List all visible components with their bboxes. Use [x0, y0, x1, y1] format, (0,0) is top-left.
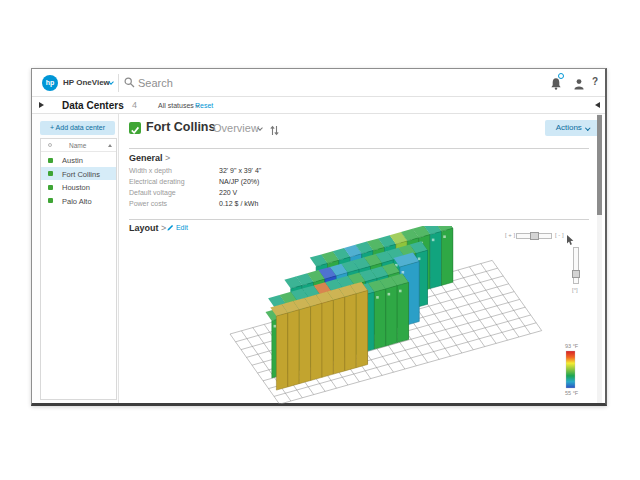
- actions-button[interactable]: Actions: [545, 120, 600, 136]
- status-ok-icon: [48, 158, 53, 163]
- temperature-legend: 93 °F 55 °F: [565, 343, 579, 396]
- search-placeholder: Search: [138, 77, 173, 89]
- zoom-out-label[interactable]: [ - ]: [555, 232, 564, 238]
- scrollbar-thumb[interactable]: [597, 115, 602, 215]
- list-item-palo-alto[interactable]: Palo Alto: [41, 194, 116, 208]
- data-center-title: Fort Collins: [146, 120, 215, 134]
- divider: [129, 148, 589, 149]
- list-item-houston[interactable]: Houston: [41, 180, 116, 194]
- legend-max-label: 93 °F: [565, 343, 579, 349]
- sort-asc-icon[interactable]: [108, 144, 112, 147]
- legend-min-label: 55 °F: [565, 390, 579, 396]
- name-column-header[interactable]: Name: [69, 142, 86, 149]
- rotate-slider-thumb[interactable]: [572, 270, 580, 278]
- top-bar: hp HP OneView Search ?: [32, 69, 605, 97]
- status-filter-dropdown[interactable]: All statuses: [158, 97, 199, 114]
- collapse-panel-icon[interactable]: [595, 102, 600, 108]
- zoom-slider[interactable]: [516, 233, 552, 239]
- rack-rows[interactable]: [266, 226, 453, 390]
- rotate-slider[interactable]: [573, 247, 579, 284]
- status-column-icon: [48, 143, 52, 147]
- status-ok-icon: [48, 198, 53, 203]
- view-selector-dropdown[interactable]: Overview: [213, 122, 259, 134]
- filter-bar: Data Centers 4 All statuses Reset: [32, 97, 605, 114]
- expand-panel-icon[interactable]: [39, 102, 44, 108]
- activity-sort-icon[interactable]: [270, 122, 279, 140]
- layout-3d-view[interactable]: 93 °F 55 °F: [120, 226, 598, 404]
- list-header: Name: [41, 139, 116, 152]
- app-title: HP OneView: [63, 78, 110, 87]
- status-ok-check-icon: [129, 122, 141, 134]
- status-ok-icon: [48, 185, 53, 190]
- divider: [118, 74, 119, 92]
- info-row: Default voltage220 V: [129, 189, 237, 196]
- sidebar: + Add data center Name Austin Fort Colli…: [32, 114, 119, 403]
- general-section-heading[interactable]: General >: [129, 153, 170, 163]
- zoom-in-label[interactable]: [ + ]: [505, 232, 515, 238]
- pointer-cursor-icon: [566, 235, 575, 246]
- divider: [129, 219, 589, 220]
- hp-logo: hp: [42, 75, 58, 91]
- zoom-slider-thumb[interactable]: [530, 232, 539, 240]
- reset-filter-link[interactable]: Reset: [195, 97, 213, 114]
- rotate-label: [°]: [572, 287, 578, 293]
- info-row: Width x depth32' 9" x 39' 4": [129, 167, 261, 174]
- alert-badge: [558, 73, 564, 79]
- list-item-austin[interactable]: Austin: [41, 153, 116, 167]
- search-icon: [124, 77, 135, 88]
- data-center-list: Name Austin Fort Collins Houston: [40, 138, 117, 400]
- info-row: Power costs0.12 $ / kWh: [129, 200, 258, 207]
- info-row: Electrical deratingNA/JP (20%): [129, 178, 259, 185]
- item-count: 4: [132, 97, 137, 114]
- help-icon[interactable]: ?: [592, 76, 606, 89]
- alerts-bell-icon[interactable]: [550, 76, 564, 89]
- add-data-center-button[interactable]: + Add data center: [40, 121, 115, 135]
- user-icon[interactable]: [573, 76, 587, 89]
- list-item-fort-collins[interactable]: Fort Collins: [41, 167, 116, 181]
- page-title: Data Centers: [62, 97, 124, 114]
- search-input[interactable]: Search: [124, 75, 424, 91]
- status-ok-icon: [48, 171, 53, 176]
- legend-gradient-bar: [566, 351, 575, 388]
